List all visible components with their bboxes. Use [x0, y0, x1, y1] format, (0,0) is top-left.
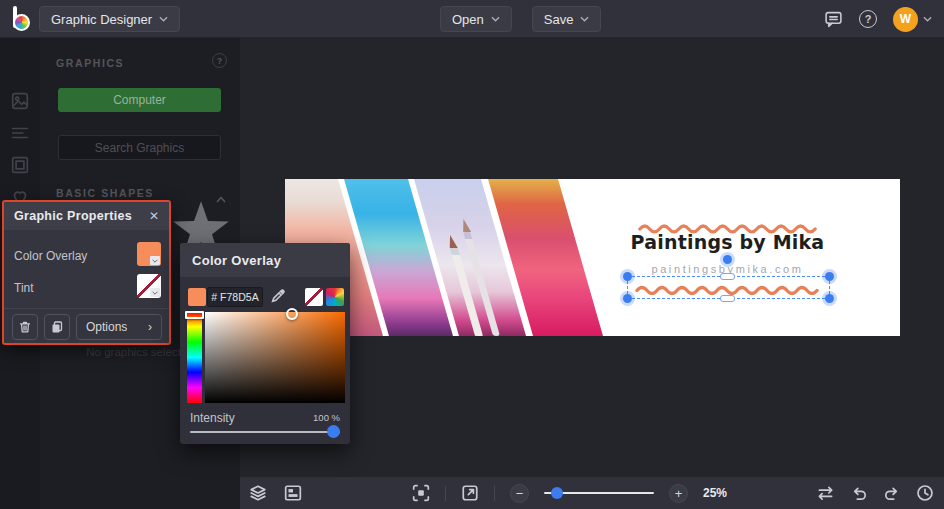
chevron-down-icon — [159, 16, 168, 22]
options-button[interactable]: Options › — [76, 314, 162, 340]
redo-icon — [883, 484, 901, 502]
resize-handle-top-center[interactable] — [720, 273, 735, 280]
layout-button[interactable] — [284, 484, 302, 502]
selected-squiggle-graphic[interactable] — [633, 282, 823, 295]
history-button[interactable] — [916, 484, 934, 502]
befunky-logo-icon[interactable] — [9, 5, 37, 33]
banner-text-block: Paintings by Mika paintingsbymika.com — [622, 179, 834, 336]
fit-screen-button[interactable] — [412, 484, 430, 502]
image-icon — [11, 92, 29, 110]
zoom-level: 25% — [703, 486, 727, 500]
clock-icon — [916, 484, 934, 502]
divider — [4, 308, 169, 309]
resize-icon — [461, 484, 479, 502]
basic-shapes-header[interactable]: BASIC SHAPES — [56, 187, 154, 199]
app-mode-label: Graphic Designer — [51, 12, 152, 27]
rotate-handle[interactable] — [723, 255, 732, 264]
graphics-header: GRAPHICS — [56, 57, 124, 69]
swatch-dropdown-icon — [150, 256, 160, 265]
zoom-slider[interactable] — [544, 486, 654, 500]
selection-box[interactable] — [627, 276, 830, 299]
chevron-down-icon — [580, 16, 589, 22]
no-color-swatch[interactable] — [305, 288, 323, 306]
topbar: Graphic Designer Open Save ? W — [0, 0, 944, 38]
eyedropper-button[interactable] — [268, 287, 288, 307]
computer-upload-button[interactable]: Computer — [58, 88, 221, 112]
open-menu[interactable]: Open — [440, 6, 512, 32]
intensity-value: 100 % — [313, 412, 340, 423]
color-overlay-label: Color Overlay — [14, 249, 87, 263]
resize-handle-top-right[interactable] — [825, 272, 834, 281]
zoom-in-button[interactable]: + — [669, 484, 688, 503]
zoom-out-button[interactable]: − — [510, 484, 529, 503]
redo-button[interactable] — [883, 484, 901, 502]
eyedropper-icon — [270, 287, 287, 304]
user-avatar[interactable]: W — [893, 7, 918, 32]
help-button[interactable]: ? — [859, 10, 877, 28]
color-overlay-popup: Color Overlay # F78D5A Intensity 100 % — [180, 243, 350, 444]
save-menu[interactable]: Save — [532, 6, 602, 32]
color-overlay-swatch[interactable] — [137, 242, 161, 266]
graphic-properties-title: Graphic Properties — [14, 209, 132, 223]
banner-title[interactable]: Paintings by Mika — [622, 231, 834, 253]
chevron-up-icon[interactable] — [216, 189, 226, 196]
resize-canvas-button[interactable] — [461, 484, 479, 502]
hue-slider-thumb[interactable] — [185, 311, 204, 319]
chevron-right-icon: › — [148, 320, 152, 334]
help-icon: ? — [859, 10, 877, 28]
design-document[interactable]: Paintings by Mika paintingsbymika.com — [285, 179, 900, 336]
tint-label: Tint — [14, 281, 34, 295]
divider — [494, 486, 495, 501]
file-actions: Open Save — [440, 6, 601, 32]
undo-icon — [850, 484, 868, 502]
intensity-slider-handle[interactable] — [327, 425, 340, 438]
feedback-button[interactable] — [824, 10, 843, 29]
tint-swatch[interactable] — [137, 274, 161, 298]
zoom-slider-handle[interactable] — [551, 487, 563, 499]
sidebar-item-graphics[interactable] — [11, 92, 29, 110]
layout-icon — [284, 484, 302, 502]
compare-arrows-icon — [816, 484, 835, 502]
resize-handle-bottom-right[interactable] — [825, 294, 834, 303]
hex-color-input[interactable]: # F78D5A — [207, 287, 263, 307]
panel-help-icon[interactable]: ? — [212, 53, 227, 68]
layers-button[interactable] — [249, 484, 267, 502]
chevron-down-icon — [491, 16, 500, 22]
layers-icon — [249, 484, 267, 502]
resize-handle-bottom-left[interactable] — [623, 294, 632, 303]
frame-icon — [11, 156, 29, 174]
bottom-toolbar: − + 25% — [240, 477, 944, 509]
hue-slider[interactable] — [187, 312, 202, 403]
resize-handle-bottom-center[interactable] — [720, 295, 735, 302]
chevron-down-icon — [923, 16, 932, 22]
swatch-dropdown-icon — [150, 288, 160, 297]
chat-icon — [824, 10, 843, 29]
graphic-properties-popup: Graphic Properties ✕ Color Overlay Tint … — [2, 200, 171, 345]
duplicate-button[interactable] — [44, 314, 70, 340]
app-mode-menu[interactable]: Graphic Designer — [39, 6, 180, 32]
close-button[interactable]: ✕ — [149, 209, 159, 223]
minus-icon: − — [516, 487, 524, 500]
search-graphics-input[interactable] — [58, 135, 221, 160]
delete-button[interactable] — [12, 314, 38, 340]
copy-icon — [50, 320, 64, 334]
account-menu[interactable]: W — [893, 7, 932, 32]
undo-button[interactable] — [850, 484, 868, 502]
text-lines-icon — [11, 124, 29, 142]
color-picker-cursor[interactable] — [286, 308, 298, 320]
fit-screen-icon — [412, 484, 430, 502]
saturation-field[interactable] — [205, 312, 345, 403]
rainbow-palette-swatch[interactable] — [326, 288, 344, 306]
divider — [445, 486, 446, 501]
compare-button[interactable] — [816, 484, 835, 502]
intensity-slider[interactable] — [190, 425, 340, 439]
sidebar-item-text[interactable] — [11, 124, 29, 142]
intensity-label: Intensity — [190, 411, 235, 425]
app-root: Graphic Designer Open Save ? W — [0, 0, 944, 509]
trash-icon — [18, 320, 32, 334]
color-overlay-title: Color Overlay — [180, 243, 350, 277]
sidebar-item-frames[interactable] — [11, 156, 29, 174]
plus-icon: + — [675, 487, 683, 500]
resize-handle-top-left[interactable] — [623, 272, 632, 281]
current-color-swatch[interactable] — [188, 288, 206, 306]
